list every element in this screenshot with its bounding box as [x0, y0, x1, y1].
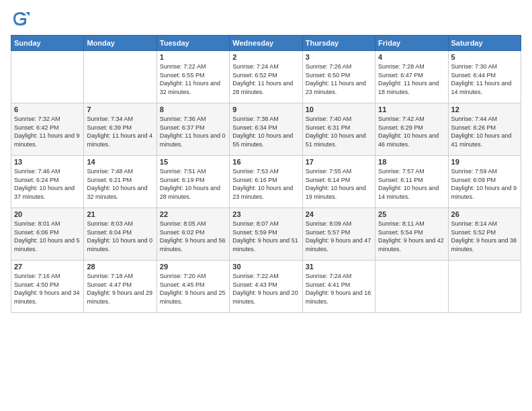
calendar-cell: 8 Sunrise: 7:36 AMSunset: 6:37 PMDayligh… — [157, 103, 229, 156]
calendar-cell: 24 Sunrise: 8:09 AMSunset: 5:57 PMDaylig… — [302, 208, 375, 261]
calendar-cell: 16 Sunrise: 7:53 AMSunset: 6:16 PMDaylig… — [230, 156, 302, 208]
day-info: Sunrise: 8:01 AMSunset: 6:06 PMDaylight:… — [14, 220, 81, 253]
day-info: Sunrise: 7:18 AMSunset: 4:47 PMDaylight:… — [87, 272, 153, 306]
day-number: 14 — [87, 158, 153, 166]
day-number: 9 — [232, 105, 299, 113]
calendar-cell: 22 Sunrise: 8:05 AMSunset: 6:02 PMDaylig… — [157, 208, 229, 261]
day-number: 29 — [160, 263, 226, 271]
calendar-cell: 4 Sunrise: 7:28 AMSunset: 6:47 PMDayligh… — [375, 51, 448, 103]
calendar-cell — [375, 261, 448, 313]
calendar-cell: 29 Sunrise: 7:20 AMSunset: 4:45 PMDaylig… — [157, 261, 229, 313]
day-info: Sunrise: 7:34 AMSunset: 6:39 PMDaylight:… — [87, 115, 153, 148]
day-info: Sunrise: 7:55 AMSunset: 6:14 PMDaylight:… — [306, 167, 372, 201]
weekday-header: Saturday — [448, 36, 521, 51]
calendar-cell: 5 Sunrise: 7:30 AMSunset: 6:44 PMDayligh… — [448, 51, 521, 103]
day-info: Sunrise: 7:57 AMSunset: 6:11 PMDaylight:… — [378, 167, 445, 201]
logo-icon — [11, 9, 30, 28]
day-number: 11 — [378, 105, 445, 113]
day-number: 2 — [232, 53, 299, 61]
day-info: Sunrise: 7:24 AMSunset: 4:41 PMDaylight:… — [306, 272, 372, 306]
day-info: Sunrise: 7:24 AMSunset: 6:52 PMDaylight:… — [232, 62, 299, 96]
calendar-cell: 14 Sunrise: 7:48 AMSunset: 6:21 PMDaylig… — [84, 156, 157, 208]
day-number: 16 — [232, 158, 299, 166]
calendar-cell: 12 Sunrise: 7:44 AMSunset: 6:26 PMDaylig… — [448, 103, 521, 156]
day-info: Sunrise: 7:16 AMSunset: 4:50 PMDaylight:… — [14, 272, 81, 306]
calendar-cell — [448, 261, 521, 313]
day-number: 6 — [14, 105, 81, 113]
day-number: 22 — [160, 210, 226, 218]
day-number: 27 — [14, 263, 81, 271]
day-number: 18 — [378, 158, 445, 166]
day-number: 1 — [160, 53, 226, 61]
day-info: Sunrise: 7:32 AMSunset: 6:42 PMDaylight:… — [14, 115, 81, 148]
day-info: Sunrise: 7:51 AMSunset: 6:19 PMDaylight:… — [160, 167, 226, 201]
weekday-header: Tuesday — [157, 36, 229, 51]
day-info: Sunrise: 7:20 AMSunset: 4:45 PMDaylight:… — [160, 272, 226, 306]
weekday-header: Monday — [84, 36, 157, 51]
day-number: 12 — [451, 105, 518, 113]
day-info: Sunrise: 7:22 AMSunset: 4:43 PMDaylight:… — [232, 272, 299, 306]
calendar-week-row: 27 Sunrise: 7:16 AMSunset: 4:50 PMDaylig… — [11, 261, 521, 313]
calendar-cell: 28 Sunrise: 7:18 AMSunset: 4:47 PMDaylig… — [84, 261, 157, 313]
day-number: 8 — [160, 105, 226, 113]
calendar-cell: 23 Sunrise: 8:07 AMSunset: 5:59 PMDaylig… — [230, 208, 302, 261]
day-info: Sunrise: 7:26 AMSunset: 6:50 PMDaylight:… — [306, 62, 372, 96]
calendar-cell: 26 Sunrise: 8:14 AMSunset: 5:52 PMDaylig… — [448, 208, 521, 261]
calendar-week-row: 1 Sunrise: 7:22 AMSunset: 6:55 PMDayligh… — [11, 51, 521, 103]
calendar-week-row: 6 Sunrise: 7:32 AMSunset: 6:42 PMDayligh… — [11, 103, 521, 156]
calendar-cell — [84, 51, 157, 103]
calendar-cell: 15 Sunrise: 7:51 AMSunset: 6:19 PMDaylig… — [157, 156, 229, 208]
day-number: 21 — [87, 210, 153, 218]
day-number: 5 — [451, 53, 518, 61]
day-info: Sunrise: 8:14 AMSunset: 5:52 PMDaylight:… — [451, 220, 518, 253]
calendar-cell — [11, 51, 84, 103]
calendar-cell: 25 Sunrise: 8:11 AMSunset: 5:54 PMDaylig… — [375, 208, 448, 261]
day-number: 31 — [306, 263, 372, 271]
calendar-cell: 11 Sunrise: 7:42 AMSunset: 6:29 PMDaylig… — [375, 103, 448, 156]
day-info: Sunrise: 8:09 AMSunset: 5:57 PMDaylight:… — [306, 220, 372, 253]
calendar-cell: 19 Sunrise: 7:59 AMSunset: 6:09 PMDaylig… — [448, 156, 521, 208]
calendar-cell: 7 Sunrise: 7:34 AMSunset: 6:39 PMDayligh… — [84, 103, 157, 156]
day-info: Sunrise: 7:38 AMSunset: 6:34 PMDaylight:… — [232, 115, 299, 148]
day-number: 23 — [232, 210, 299, 218]
calendar-cell: 27 Sunrise: 7:16 AMSunset: 4:50 PMDaylig… — [11, 261, 84, 313]
calendar-cell: 6 Sunrise: 7:32 AMSunset: 6:42 PMDayligh… — [11, 103, 84, 156]
day-number: 4 — [378, 53, 445, 61]
day-number: 28 — [87, 263, 153, 271]
calendar-cell: 17 Sunrise: 7:55 AMSunset: 6:14 PMDaylig… — [302, 156, 375, 208]
calendar-cell: 2 Sunrise: 7:24 AMSunset: 6:52 PMDayligh… — [230, 51, 302, 103]
day-number: 17 — [306, 158, 372, 166]
weekday-header: Friday — [375, 36, 448, 51]
weekday-header: Wednesday — [230, 36, 302, 51]
calendar-cell: 18 Sunrise: 7:57 AMSunset: 6:11 PMDaylig… — [375, 156, 448, 208]
calendar-table: SundayMondayTuesdayWednesdayThursdayFrid… — [11, 35, 521, 313]
calendar-cell: 13 Sunrise: 7:46 AMSunset: 6:24 PMDaylig… — [11, 156, 84, 208]
logo — [11, 9, 32, 28]
day-info: Sunrise: 7:42 AMSunset: 6:29 PMDaylight:… — [378, 115, 445, 148]
calendar-cell: 20 Sunrise: 8:01 AMSunset: 6:06 PMDaylig… — [11, 208, 84, 261]
day-info: Sunrise: 7:30 AMSunset: 6:44 PMDaylight:… — [451, 62, 518, 96]
weekday-header: Thursday — [302, 36, 375, 51]
day-info: Sunrise: 8:05 AMSunset: 6:02 PMDaylight:… — [160, 220, 226, 253]
day-info: Sunrise: 7:48 AMSunset: 6:21 PMDaylight:… — [87, 167, 153, 201]
day-info: Sunrise: 7:40 AMSunset: 6:31 PMDaylight:… — [306, 115, 372, 148]
day-info: Sunrise: 7:46 AMSunset: 6:24 PMDaylight:… — [14, 167, 81, 201]
day-number: 20 — [14, 210, 81, 218]
calendar-cell: 30 Sunrise: 7:22 AMSunset: 4:43 PMDaylig… — [230, 261, 302, 313]
calendar-header-row: SundayMondayTuesdayWednesdayThursdayFrid… — [11, 36, 521, 51]
svg-marker-0 — [26, 12, 30, 16]
calendar-cell: 3 Sunrise: 7:26 AMSunset: 6:50 PMDayligh… — [302, 51, 375, 103]
calendar-cell: 9 Sunrise: 7:38 AMSunset: 6:34 PMDayligh… — [230, 103, 302, 156]
day-info: Sunrise: 7:22 AMSunset: 6:55 PMDaylight:… — [160, 62, 226, 96]
day-number: 26 — [451, 210, 518, 218]
day-info: Sunrise: 7:36 AMSunset: 6:37 PMDaylight:… — [160, 115, 226, 148]
calendar-week-row: 13 Sunrise: 7:46 AMSunset: 6:24 PMDaylig… — [11, 156, 521, 208]
calendar-cell: 1 Sunrise: 7:22 AMSunset: 6:55 PMDayligh… — [157, 51, 229, 103]
day-number: 10 — [306, 105, 372, 113]
day-number: 30 — [232, 263, 299, 271]
day-info: Sunrise: 8:03 AMSunset: 6:04 PMDaylight:… — [87, 220, 153, 253]
header — [11, 9, 521, 28]
calendar-cell: 21 Sunrise: 8:03 AMSunset: 6:04 PMDaylig… — [84, 208, 157, 261]
day-info: Sunrise: 7:53 AMSunset: 6:16 PMDaylight:… — [232, 167, 299, 201]
calendar-week-row: 20 Sunrise: 8:01 AMSunset: 6:06 PMDaylig… — [11, 208, 521, 261]
